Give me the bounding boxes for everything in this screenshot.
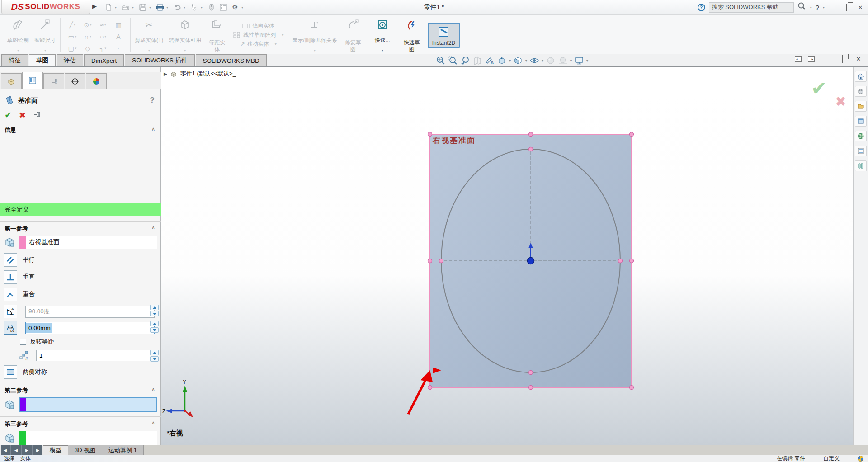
arc-tool[interactable]: ∩▾: [80, 33, 95, 40]
collapse-pane-left-icon[interactable]: ◂: [795, 56, 802, 62]
surface-region-tool[interactable]: ▦: [111, 21, 126, 28]
count-spin-down[interactable]: [150, 356, 159, 362]
tab-mbd[interactable]: SOLIDWORKS MBD: [196, 54, 267, 66]
fillet-tool[interactable]: ╮▾: [95, 45, 111, 52]
perpendicular-button[interactable]: [4, 270, 17, 284]
info-collapse-icon[interactable]: ∧: [151, 126, 155, 132]
view-orientation-caret-icon[interactable]: ▾: [509, 59, 511, 63]
tab-addins[interactable]: SOLIDWORKS 插件: [125, 54, 194, 66]
help-caret-icon[interactable]: ▾: [823, 5, 825, 9]
rapid-sketch-button[interactable]: 快速草图: [399, 16, 425, 54]
help-menu[interactable]: ?: [816, 4, 819, 11]
close-button[interactable]: ✕: [855, 4, 865, 11]
spline-tool[interactable]: ≈▾: [95, 21, 111, 28]
third-ref-collapse-icon[interactable]: ∧: [151, 420, 155, 426]
move-entities-button[interactable]: ↗ 移动实体▾: [240, 40, 277, 48]
tab-dimxpert[interactable]: DimXpert: [84, 54, 124, 66]
trim-caret-icon[interactable]: ▾: [148, 48, 150, 53]
angle-spin-up[interactable]: [150, 305, 159, 310]
zoom-area-icon[interactable]: [448, 55, 458, 66]
select-caret-icon[interactable]: ▾: [201, 5, 205, 9]
configuration-manager-tab[interactable]: [43, 73, 64, 89]
zoom-fit-icon[interactable]: [435, 55, 446, 66]
display-manager-tab[interactable]: [86, 73, 107, 89]
view-palette-icon[interactable]: [855, 131, 867, 141]
flip-offset-checkbox[interactable]: [20, 339, 26, 345]
smart-dimension-button[interactable]: 智能尺寸 ▾: [32, 16, 59, 54]
apply-scene-caret-icon[interactable]: ▾: [570, 59, 572, 63]
rectangle-tool[interactable]: ▭▾: [65, 33, 80, 40]
select-cursor-icon[interactable]: [189, 2, 200, 13]
toggle-icon[interactable]: [206, 2, 217, 13]
distance-input[interactable]: 0.00mm: [25, 322, 155, 334]
ellipse-center-point[interactable]: [528, 258, 534, 264]
repair-sketch-button[interactable]: 修复草图: [340, 16, 366, 54]
confirmation-accept-icon[interactable]: ✔: [811, 77, 827, 99]
line-tool[interactable]: ╱▾: [65, 21, 80, 28]
trim-entities-button[interactable]: ✂ 剪裁实体(T) ▾: [132, 16, 166, 54]
tab-sketch[interactable]: 草图: [29, 54, 56, 66]
distance-spin-up[interactable]: [150, 321, 159, 326]
convert-caret-icon[interactable]: ▾: [184, 48, 186, 53]
units-globe-icon[interactable]: [858, 456, 863, 462]
offset-entities-button[interactable]: 等距实体: [204, 16, 230, 54]
view-orientation-icon[interactable]: [496, 55, 507, 66]
open-caret-icon[interactable]: ▾: [132, 5, 137, 9]
angle-input[interactable]: 90.00度: [25, 306, 155, 318]
move-caret-icon[interactable]: ▾: [275, 42, 277, 46]
search-caret-icon[interactable]: ▾: [810, 5, 812, 9]
model-tab[interactable]: 模型: [43, 445, 68, 455]
parallel-button[interactable]: [4, 253, 17, 267]
distance-spin-down[interactable]: [150, 327, 159, 333]
print-caret-icon[interactable]: ▾: [166, 5, 171, 9]
save-icon[interactable]: [137, 2, 148, 13]
previous-study-button[interactable]: ◀: [11, 445, 22, 455]
convert-entities-button[interactable]: 转换实体引用 ▾: [166, 16, 204, 54]
doc-restore-button[interactable]: [837, 56, 847, 62]
open-icon[interactable]: [120, 2, 131, 13]
display-relations-caret-icon[interactable]: ▾: [314, 48, 316, 53]
3d-views-tab[interactable]: 3D 视图: [68, 445, 102, 455]
doc-minimize-button[interactable]: —: [821, 57, 831, 62]
cancel-button[interactable]: ✖: [19, 110, 26, 120]
pin-icon[interactable]: [33, 111, 42, 120]
point-tool[interactable]: ·: [111, 45, 126, 52]
pattern-caret-icon[interactable]: ▾: [282, 33, 283, 37]
feature-manager-tab[interactable]: [1, 73, 22, 89]
info-section-header[interactable]: 信息: [5, 126, 16, 134]
instant2d-button[interactable]: Instant2D: [425, 16, 462, 54]
help-circle-icon[interactable]: ?: [698, 4, 705, 11]
undo-icon[interactable]: [172, 2, 183, 13]
second-reference-selection-box[interactable]: [19, 397, 157, 412]
second-reference-header[interactable]: 第二参考: [5, 387, 28, 395]
plane-count-input[interactable]: 1: [36, 350, 150, 361]
display-relations-button[interactable]: 显示/删除几何关系 ▾: [289, 16, 340, 54]
next-study-button[interactable]: ▶: [22, 445, 33, 455]
hide-show-items-icon[interactable]: [529, 55, 540, 66]
property-manager-tab[interactable]: [22, 72, 43, 89]
mirror-entities-button[interactable]: 镜向实体: [242, 22, 274, 30]
search-input[interactable]: 搜索 SOLIDWORKS 帮助: [709, 2, 794, 13]
undo-caret-icon[interactable]: ▾: [184, 5, 188, 9]
tab-evaluate[interactable]: 评估: [57, 54, 83, 66]
display-style-icon[interactable]: [513, 55, 524, 66]
previous-view-icon[interactable]: [460, 55, 471, 66]
new-document-icon[interactable]: [103, 2, 114, 13]
custom-properties-icon[interactable]: [855, 160, 867, 171]
smart-dimension-caret-icon[interactable]: ▾: [44, 48, 46, 53]
first-study-button[interactable]: ◀: [0, 445, 11, 455]
search-icon[interactable]: [797, 2, 807, 13]
doc-close-button[interactable]: ✕: [854, 56, 863, 62]
third-reference-header[interactable]: 第三参考: [5, 420, 28, 428]
print-icon[interactable]: [155, 2, 165, 13]
view-annotations-icon[interactable]: A: [484, 55, 495, 66]
restore-button[interactable]: [842, 4, 852, 11]
view-settings-icon[interactable]: [574, 55, 585, 66]
coincident-button[interactable]: [4, 288, 17, 301]
mid-plane-button[interactable]: [4, 365, 17, 379]
linear-pattern-button[interactable]: 线性草图阵列▾: [233, 31, 283, 39]
sketch-button[interactable]: 草图绘制 ▾: [5, 16, 32, 54]
customize-button[interactable]: 自定义: [823, 455, 840, 462]
new-caret-icon[interactable]: ▾: [115, 5, 119, 9]
quick-snaps-button[interactable]: 快速... ▾: [369, 16, 396, 54]
